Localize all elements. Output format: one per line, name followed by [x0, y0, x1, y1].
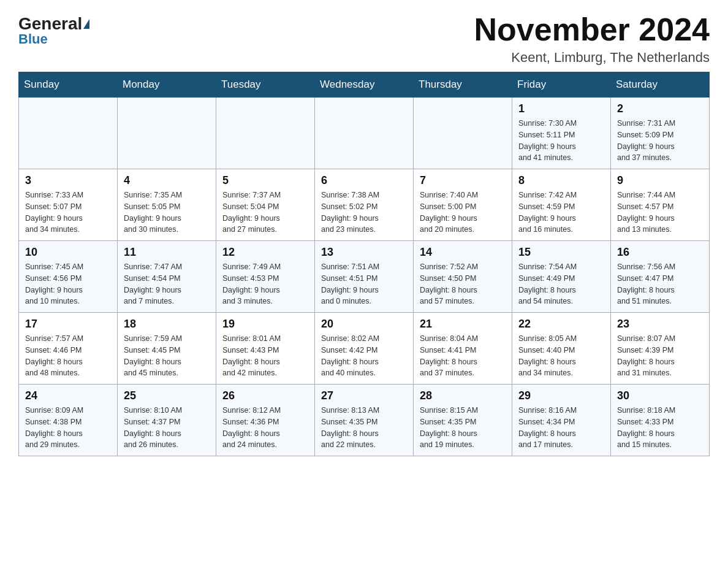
- day-info: Sunrise: 8:13 AMSunset: 4:35 PMDaylight:…: [321, 405, 407, 451]
- calendar-cell: 24Sunrise: 8:09 AMSunset: 4:38 PMDayligh…: [19, 385, 118, 456]
- day-info: Sunrise: 8:12 AMSunset: 4:36 PMDaylight:…: [222, 405, 308, 451]
- calendar-cell: 19Sunrise: 8:01 AMSunset: 4:43 PMDayligh…: [216, 313, 315, 385]
- day-number: 16: [617, 246, 703, 259]
- day-number: 26: [222, 389, 308, 402]
- calendar-cell: [19, 98, 118, 169]
- column-header-wednesday: Wednesday: [315, 72, 414, 98]
- day-number: 24: [25, 389, 111, 402]
- day-number: 5: [222, 174, 308, 187]
- day-number: 21: [420, 318, 506, 331]
- day-number: 25: [124, 389, 210, 402]
- logo-blue: Blue: [18, 31, 48, 47]
- day-info: Sunrise: 8:04 AMSunset: 4:41 PMDaylight:…: [420, 333, 506, 379]
- column-header-friday: Friday: [512, 72, 611, 98]
- day-info: Sunrise: 8:01 AMSunset: 4:43 PMDaylight:…: [222, 333, 308, 379]
- calendar-header-row: SundayMondayTuesdayWednesdayThursdayFrid…: [19, 72, 710, 98]
- day-number: 17: [25, 318, 111, 331]
- day-number: 30: [617, 389, 703, 402]
- calendar-cell: 2Sunrise: 7:31 AMSunset: 5:09 PMDaylight…: [611, 98, 710, 169]
- day-number: 8: [518, 174, 604, 187]
- calendar-cell: 11Sunrise: 7:47 AMSunset: 4:54 PMDayligh…: [118, 241, 216, 313]
- column-header-tuesday: Tuesday: [216, 72, 315, 98]
- day-info: Sunrise: 7:51 AMSunset: 4:51 PMDaylight:…: [321, 261, 407, 307]
- day-info: Sunrise: 7:47 AMSunset: 4:54 PMDaylight:…: [124, 261, 210, 307]
- logo: General Blue: [18, 12, 89, 47]
- day-info: Sunrise: 7:31 AMSunset: 5:09 PMDaylight:…: [617, 118, 703, 164]
- calendar-cell: 15Sunrise: 7:54 AMSunset: 4:49 PMDayligh…: [512, 241, 611, 313]
- day-info: Sunrise: 7:56 AMSunset: 4:47 PMDaylight:…: [617, 261, 703, 307]
- column-header-monday: Monday: [118, 72, 216, 98]
- calendar-week-row: 17Sunrise: 7:57 AMSunset: 4:46 PMDayligh…: [19, 313, 710, 385]
- calendar-cell: 28Sunrise: 8:15 AMSunset: 4:35 PMDayligh…: [414, 385, 512, 456]
- page-header: General Blue November 2024 Keent, Limbur…: [18, 12, 710, 66]
- calendar-cell: 20Sunrise: 8:02 AMSunset: 4:42 PMDayligh…: [315, 313, 414, 385]
- title-section: November 2024 Keent, Limburg, The Nether…: [474, 12, 710, 66]
- day-info: Sunrise: 8:07 AMSunset: 4:39 PMDaylight:…: [617, 333, 703, 379]
- day-number: 13: [321, 246, 407, 259]
- day-number: 4: [124, 174, 210, 187]
- day-number: 19: [222, 318, 308, 331]
- day-info: Sunrise: 7:49 AMSunset: 4:53 PMDaylight:…: [222, 261, 308, 307]
- day-info: Sunrise: 7:42 AMSunset: 4:59 PMDaylight:…: [518, 190, 604, 236]
- day-info: Sunrise: 8:10 AMSunset: 4:37 PMDaylight:…: [124, 405, 210, 451]
- logo-triangle-icon: [83, 19, 89, 29]
- day-info: Sunrise: 8:02 AMSunset: 4:42 PMDaylight:…: [321, 333, 407, 379]
- calendar-week-row: 24Sunrise: 8:09 AMSunset: 4:38 PMDayligh…: [19, 385, 710, 456]
- day-number: 7: [420, 174, 506, 187]
- calendar-cell: [216, 98, 315, 169]
- calendar-cell: 25Sunrise: 8:10 AMSunset: 4:37 PMDayligh…: [118, 385, 216, 456]
- day-number: 14: [420, 246, 506, 259]
- day-info: Sunrise: 8:18 AMSunset: 4:33 PMDaylight:…: [617, 405, 703, 451]
- day-info: Sunrise: 8:05 AMSunset: 4:40 PMDaylight:…: [518, 333, 604, 379]
- column-header-sunday: Sunday: [19, 72, 118, 98]
- day-number: 28: [420, 389, 506, 402]
- logo-general: General: [18, 15, 82, 33]
- day-info: Sunrise: 7:57 AMSunset: 4:46 PMDaylight:…: [25, 333, 111, 379]
- calendar-cell: 17Sunrise: 7:57 AMSunset: 4:46 PMDayligh…: [19, 313, 118, 385]
- column-header-thursday: Thursday: [414, 72, 512, 98]
- calendar-cell: 1Sunrise: 7:30 AMSunset: 5:11 PMDaylight…: [512, 98, 611, 169]
- calendar-cell: [414, 98, 512, 169]
- calendar-cell: 3Sunrise: 7:33 AMSunset: 5:07 PMDaylight…: [19, 169, 118, 241]
- day-number: 20: [321, 318, 407, 331]
- day-number: 18: [124, 318, 210, 331]
- day-number: 9: [617, 174, 703, 187]
- calendar-week-row: 3Sunrise: 7:33 AMSunset: 5:07 PMDaylight…: [19, 169, 710, 241]
- day-number: 27: [321, 389, 407, 402]
- calendar-cell: 16Sunrise: 7:56 AMSunset: 4:47 PMDayligh…: [611, 241, 710, 313]
- calendar-cell: 14Sunrise: 7:52 AMSunset: 4:50 PMDayligh…: [414, 241, 512, 313]
- calendar-cell: 22Sunrise: 8:05 AMSunset: 4:40 PMDayligh…: [512, 313, 611, 385]
- day-info: Sunrise: 7:45 AMSunset: 4:56 PMDaylight:…: [25, 261, 111, 307]
- column-header-saturday: Saturday: [611, 72, 710, 98]
- day-number: 10: [25, 246, 111, 259]
- day-number: 1: [518, 102, 604, 115]
- day-info: Sunrise: 7:38 AMSunset: 5:02 PMDaylight:…: [321, 190, 407, 236]
- day-info: Sunrise: 7:37 AMSunset: 5:04 PMDaylight:…: [222, 190, 308, 236]
- calendar-cell: 23Sunrise: 8:07 AMSunset: 4:39 PMDayligh…: [611, 313, 710, 385]
- day-info: Sunrise: 8:09 AMSunset: 4:38 PMDaylight:…: [25, 405, 111, 451]
- day-info: Sunrise: 8:16 AMSunset: 4:34 PMDaylight:…: [518, 405, 604, 451]
- calendar-cell: 29Sunrise: 8:16 AMSunset: 4:34 PMDayligh…: [512, 385, 611, 456]
- day-info: Sunrise: 8:15 AMSunset: 4:35 PMDaylight:…: [420, 405, 506, 451]
- calendar-cell: 10Sunrise: 7:45 AMSunset: 4:56 PMDayligh…: [19, 241, 118, 313]
- calendar-cell: 6Sunrise: 7:38 AMSunset: 5:02 PMDaylight…: [315, 169, 414, 241]
- day-number: 23: [617, 318, 703, 331]
- calendar-cell: 30Sunrise: 8:18 AMSunset: 4:33 PMDayligh…: [611, 385, 710, 456]
- day-number: 11: [124, 246, 210, 259]
- day-number: 3: [25, 174, 111, 187]
- calendar-cell: [315, 98, 414, 169]
- calendar-week-row: 10Sunrise: 7:45 AMSunset: 4:56 PMDayligh…: [19, 241, 710, 313]
- calendar-cell: 18Sunrise: 7:59 AMSunset: 4:45 PMDayligh…: [118, 313, 216, 385]
- day-info: Sunrise: 7:35 AMSunset: 5:05 PMDaylight:…: [124, 190, 210, 236]
- calendar-cell: 21Sunrise: 8:04 AMSunset: 4:41 PMDayligh…: [414, 313, 512, 385]
- day-number: 12: [222, 246, 308, 259]
- day-number: 29: [518, 389, 604, 402]
- day-number: 15: [518, 246, 604, 259]
- day-info: Sunrise: 7:40 AMSunset: 5:00 PMDaylight:…: [420, 190, 506, 236]
- calendar-cell: 27Sunrise: 8:13 AMSunset: 4:35 PMDayligh…: [315, 385, 414, 456]
- calendar-cell: 7Sunrise: 7:40 AMSunset: 5:00 PMDaylight…: [414, 169, 512, 241]
- calendar-cell: 8Sunrise: 7:42 AMSunset: 4:59 PMDaylight…: [512, 169, 611, 241]
- day-info: Sunrise: 7:33 AMSunset: 5:07 PMDaylight:…: [25, 190, 111, 236]
- calendar-cell: 4Sunrise: 7:35 AMSunset: 5:05 PMDaylight…: [118, 169, 216, 241]
- day-info: Sunrise: 7:44 AMSunset: 4:57 PMDaylight:…: [617, 190, 703, 236]
